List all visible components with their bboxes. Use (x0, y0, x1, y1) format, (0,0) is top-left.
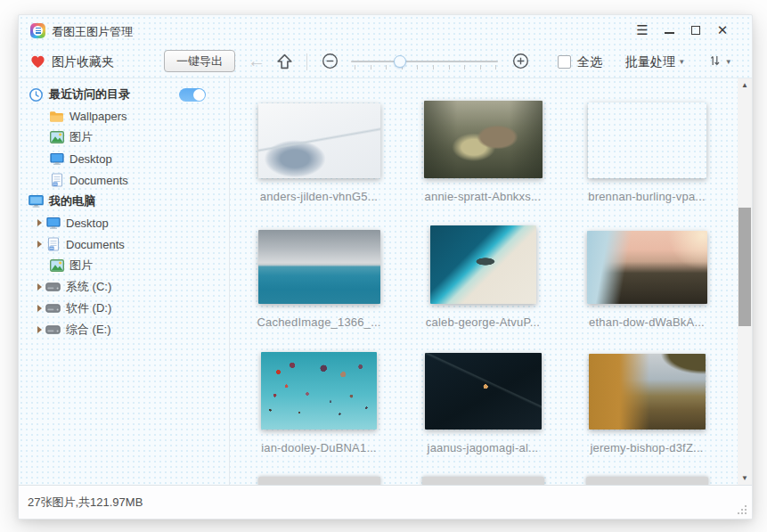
folder-icon (49, 110, 64, 123)
zoom-out-icon[interactable] (322, 53, 339, 73)
thumbnail-grid-area: anders-jilden-vhnG5... annie-spratt-Abnk… (230, 78, 752, 485)
status-bar: 27张图片,共121.97MB (19, 485, 752, 519)
image-item[interactable]: CachedImage_1366_... (237, 225, 401, 329)
window-controls: ☰ ✕ (629, 15, 736, 45)
batch-process-dropdown[interactable]: 批量处理 ▾ (625, 54, 684, 70)
drive-icon (45, 282, 61, 291)
close-icon[interactable]: ✕ (709, 17, 736, 44)
sidebar-item-label: Documents (69, 174, 128, 187)
image-thumbnail[interactable] (258, 230, 380, 304)
thumbnail-size-slider[interactable] (351, 45, 498, 78)
heart-icon (30, 54, 45, 72)
image-item[interactable]: ian-dooley-DuBNA1... (237, 351, 401, 454)
toolbar-separator (306, 53, 307, 70)
image-thumbnail[interactable] (588, 102, 706, 178)
resize-grip[interactable] (738, 504, 747, 514)
expand-arrow-icon[interactable] (37, 241, 42, 248)
image-filename: anders-jilden-vhnG5... (260, 190, 378, 203)
sidebar-section-my-computer[interactable]: 我的电脑 (19, 191, 229, 212)
status-text: 27张图片,共121.97MB (28, 495, 143, 511)
image-thumbnail[interactable] (258, 103, 380, 178)
image-filename: CachedImage_1366_... (257, 315, 380, 329)
sidebar-item-label: Desktop (66, 217, 109, 230)
expand-arrow-icon[interactable] (37, 283, 42, 291)
toolbar-right-group: 全选 批量处理 ▾ ▾ (558, 45, 730, 78)
zoom-in-icon[interactable] (512, 53, 529, 73)
sidebar-item-pictures-2[interactable]: 图片 (19, 255, 229, 276)
sidebar-item-wallpapers[interactable]: Wallpapers (19, 105, 229, 127)
sidebar-item-desktop[interactable]: Desktop (19, 148, 229, 169)
computer-icon (29, 194, 44, 209)
desktop-icon (45, 217, 61, 230)
select-all-label[interactable]: 全选 (577, 54, 602, 70)
scrollbar-thumb[interactable] (738, 208, 751, 326)
image-item[interactable]: anders-jilden-vhnG5... (237, 100, 401, 203)
pictures-icon (49, 131, 64, 143)
minimize-icon[interactable] (656, 17, 682, 44)
scroll-up-icon[interactable]: ▲ (738, 78, 752, 92)
expand-arrow-icon[interactable] (37, 305, 42, 312)
recent-toggle-switch[interactable] (179, 88, 206, 102)
image-item[interactable]: jeremy-bishop-d3fZ... (565, 351, 729, 454)
image-thumbnail[interactable] (261, 352, 377, 430)
sidebar-item-documents[interactable]: Documents (19, 169, 229, 191)
slider-track[interactable] (351, 61, 498, 62)
sidebar-item-label: 软件 (D:) (66, 300, 111, 316)
image-filename: annie-spratt-Abnkxs... (425, 190, 542, 203)
sidebar-item-documents-2[interactable]: Documents (19, 233, 229, 255)
sidebar-item-desktop-2[interactable]: Desktop (19, 212, 229, 233)
sidebar-item-label: 图片 (69, 258, 93, 274)
sort-dropdown[interactable]: ▾ (708, 53, 730, 71)
image-thumbnail[interactable] (425, 353, 542, 430)
image-item[interactable]: annie-spratt-Abnkxs... (401, 100, 565, 203)
expand-arrow-icon[interactable] (37, 219, 42, 226)
image-thumbnail-partial[interactable] (422, 477, 544, 485)
image-thumbnail[interactable] (589, 354, 706, 430)
image-thumbnail-partial[interactable] (258, 477, 380, 485)
image-filename: ethan-dow-dWaBkA... (589, 315, 705, 329)
sidebar-item-drive-d[interactable]: 软件 (D:) (19, 298, 229, 319)
image-thumbnail[interactable] (587, 231, 707, 304)
menu-icon[interactable]: ☰ (629, 17, 656, 44)
image-filename: jeremy-bishop-d3fZ... (590, 441, 703, 454)
image-filename: jaanus-jagomagi-al... (428, 441, 539, 454)
select-all-checkbox[interactable] (558, 55, 571, 69)
image-item[interactable]: brennan-burling-vpa... (565, 100, 729, 203)
scroll-down-icon[interactable]: ▼ (738, 471, 752, 485)
sidebar-item-label: Wallpapers (69, 110, 127, 123)
up-home-icon[interactable] (276, 53, 293, 74)
slider-thumb[interactable] (394, 55, 406, 68)
chevron-down-icon: ▾ (680, 58, 684, 66)
image-item[interactable]: caleb-george-AtvuP... (401, 225, 565, 329)
image-thumbnail[interactable] (424, 101, 543, 178)
title-bar[interactable]: 看图王图片管理 ☰ ✕ (19, 15, 752, 45)
maximize-icon[interactable] (682, 17, 709, 44)
sidebar-item-pictures[interactable]: 图片 (19, 127, 229, 148)
document-icon (45, 237, 61, 251)
desktop-background: 看图王图片管理 ☰ ✕ 图片收藏夹 一键导出 ← (0, 0, 767, 532)
sidebar-item-drive-c[interactable]: 系统 (C:) (19, 276, 229, 298)
clock-icon (29, 87, 44, 102)
image-item[interactable]: jaanus-jagomagi-al... (401, 351, 565, 454)
pictures-icon (49, 259, 64, 272)
drive-icon (45, 325, 61, 334)
toolbar: 图片收藏夹 一键导出 ← 全选 批量处理 (19, 45, 752, 78)
image-item[interactable]: ethan-dow-dWaBkA... (565, 225, 729, 329)
export-button[interactable]: 一键导出 (164, 50, 235, 72)
sort-icon (708, 53, 722, 71)
back-icon[interactable]: ← (245, 49, 268, 72)
batch-process-label: 批量处理 (625, 54, 675, 70)
sidebar-item-label: Documents (66, 238, 125, 251)
image-filename: brennan-burling-vpa... (588, 190, 706, 203)
sidebar-item-label: 综合 (E:) (66, 322, 111, 338)
sidebar-item-drive-e[interactable]: 综合 (E:) (19, 319, 229, 340)
sidebar-section-recent[interactable]: 最近访问的目录 (19, 84, 229, 105)
expand-arrow-icon[interactable] (37, 326, 42, 333)
image-thumbnail-partial[interactable] (586, 477, 708, 485)
image-thumbnail[interactable] (430, 225, 536, 304)
vertical-scrollbar[interactable]: ▲ ▼ (738, 78, 752, 485)
desktop-icon (49, 152, 64, 166)
drive-icon (45, 304, 61, 313)
sidebar-item-label: Desktop (69, 152, 112, 166)
partially-visible-row (237, 477, 732, 485)
